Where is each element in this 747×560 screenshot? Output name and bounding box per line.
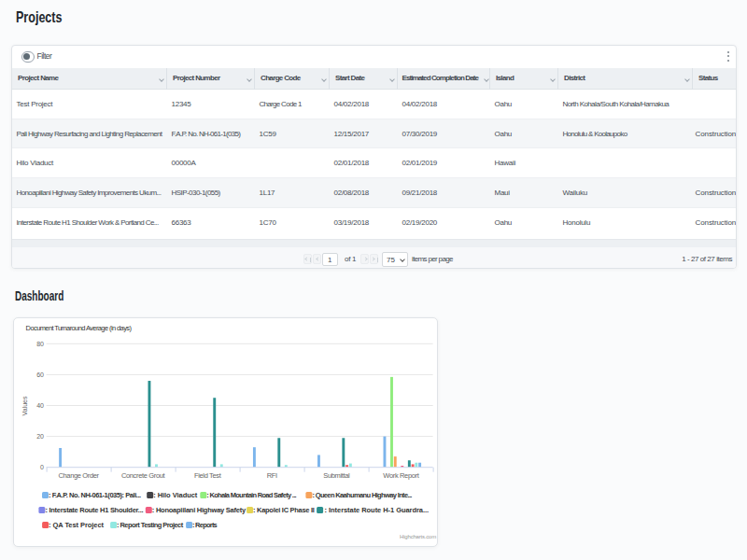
svg-text:Concrete Grout: Concrete Grout	[121, 471, 166, 480]
svg-text:80: 80	[37, 341, 45, 347]
svg-text:: Interstate Route H1 Shoulder: : Interstate Route H1 Shoulder...	[46, 506, 144, 514]
svg-text:Highcharts.com: Highcharts.com	[401, 534, 437, 539]
svg-text:Field Test: Field Test	[194, 471, 222, 480]
svg-text:: Kohala Mountain Road Safety: : Kohala Mountain Road Safety ...	[207, 491, 297, 499]
svg-text:Change Order: Change Order	[59, 471, 100, 480]
svg-text:: Kapolei IC Phase II: : Kapolei IC Phase II	[253, 506, 315, 514]
svg-text:: QA Test Project: : QA Test Project	[49, 521, 104, 529]
svg-text:: Interstate Route H-1 Guardra: : Interstate Route H-1 Guardra...	[325, 506, 429, 514]
svg-text:RFI: RFI	[267, 471, 277, 480]
svg-text:: Hilo Viaduct: : Hilo Viaduct	[154, 491, 199, 499]
svg-text:Submittal: Submittal	[324, 471, 351, 480]
svg-text:60: 60	[37, 371, 45, 378]
svg-text:: Report Testing Project: : Report Testing Project	[117, 521, 184, 529]
svg-text:: Queen Kaahumanu Highway Inte: : Queen Kaahumanu Highway Inte...	[313, 491, 413, 499]
svg-text:: Reports: : Reports	[192, 521, 218, 529]
svg-text:Document Turnaround Average (i: Document Turnaround Average (in days)	[26, 324, 133, 332]
svg-text:Work Report: Work Report	[384, 471, 420, 480]
svg-text:20: 20	[37, 433, 45, 440]
svg-text:Values: Values	[21, 396, 28, 415]
svg-text:: Honoapiilani Highway Safety: : Honoapiilani Highway Safety ...	[152, 506, 253, 514]
svg-text:40: 40	[37, 402, 45, 409]
svg-text:: F.A.P. No. NH-061-1(035): Pa: : F.A.P. No. NH-061-1(035): Pali...	[49, 491, 141, 499]
svg-text:0: 0	[40, 464, 44, 470]
